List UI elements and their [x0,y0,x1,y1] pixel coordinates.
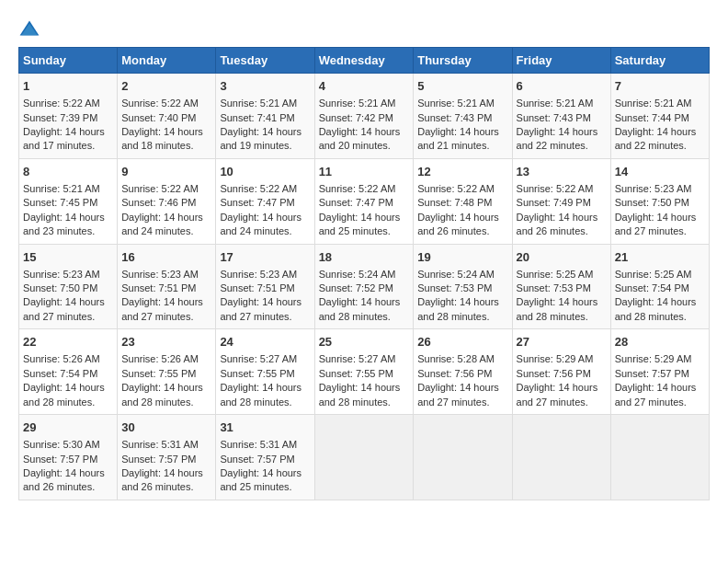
daylight: Daylight: 14 hours and 21 minutes. [417,126,499,151]
sunrise: Sunrise: 5:29 AM [615,353,692,364]
day-number: 19 [417,249,507,266]
daylight: Daylight: 14 hours and 27 minutes. [615,212,697,236]
calendar-cell: 20Sunrise: 5:25 AMSunset: 7:53 PMDayligh… [512,244,610,329]
day-number: 9 [121,164,211,180]
sunset: Sunset: 7:56 PM [417,368,492,379]
day-header-monday: Monday [118,48,216,74]
sunrise: Sunrise: 5:22 AM [319,183,396,194]
day-number: 30 [121,419,211,436]
calendar-cell: 30Sunrise: 5:31 AMSunset: 7:57 PMDayligh… [118,415,216,500]
day-number: 4 [319,78,410,95]
calendar-week-4: 22Sunrise: 5:26 AMSunset: 7:54 PMDayligh… [19,329,710,415]
day-header-wednesday: Wednesday [314,48,414,74]
sunset: Sunset: 7:53 PM [517,282,591,293]
sunset: Sunset: 7:57 PM [23,454,97,465]
daylight: Daylight: 14 hours and 17 minutes. [23,126,105,151]
day-number: 8 [23,164,113,180]
calendar-cell: 9Sunrise: 5:22 AMSunset: 7:46 PMDaylight… [118,158,216,244]
sunset: Sunset: 7:47 PM [319,197,393,208]
calendar-cell: 16Sunrise: 5:23 AMSunset: 7:51 PMDayligh… [118,244,216,329]
sunrise: Sunrise: 5:22 AM [220,183,297,194]
sunrise: Sunrise: 5:24 AM [319,269,396,280]
sunset: Sunset: 7:40 PM [121,112,196,123]
logo-icon [18,19,40,38]
daylight: Daylight: 14 hours and 19 minutes. [220,126,301,151]
sunset: Sunset: 7:53 PM [417,282,492,293]
sunrise: Sunrise: 5:27 AM [220,353,297,364]
sunrise: Sunrise: 5:21 AM [220,98,297,109]
sunrise: Sunrise: 5:22 AM [121,183,199,194]
calendar-cell: 24Sunrise: 5:27 AMSunset: 7:55 PMDayligh… [216,329,314,415]
sunrise: Sunrise: 5:21 AM [517,98,594,109]
daylight: Daylight: 14 hours and 26 minutes. [23,467,105,492]
day-number: 14 [615,164,705,180]
day-number: 5 [417,78,507,95]
daylight: Daylight: 14 hours and 28 minutes. [121,382,203,407]
daylight: Daylight: 14 hours and 26 minutes. [417,212,499,236]
calendar-cell: 4Sunrise: 5:21 AMSunset: 7:42 PMDaylight… [314,74,414,159]
sunset: Sunset: 7:44 PM [615,112,689,123]
calendar-cell: 2Sunrise: 5:22 AMSunset: 7:40 PMDaylight… [118,74,216,159]
daylight: Daylight: 14 hours and 26 minutes. [517,212,598,236]
calendar-week-5: 29Sunrise: 5:30 AMSunset: 7:57 PMDayligh… [19,415,710,500]
daylight: Daylight: 14 hours and 27 minutes. [517,382,598,407]
day-number: 11 [319,164,410,180]
day-header-sunday: Sunday [19,48,118,74]
daylight: Daylight: 14 hours and 25 minutes. [220,467,301,492]
sunset: Sunset: 7:39 PM [23,112,97,123]
calendar-cell: 15Sunrise: 5:23 AMSunset: 7:50 PMDayligh… [19,244,118,329]
sunset: Sunset: 7:52 PM [319,282,393,293]
sunrise: Sunrise: 5:21 AM [417,98,495,109]
sunrise: Sunrise: 5:22 AM [417,183,495,194]
daylight: Daylight: 14 hours and 26 minutes. [121,467,203,492]
day-number: 27 [517,334,607,350]
day-number: 26 [417,334,507,350]
calendar-cell: 6Sunrise: 5:21 AMSunset: 7:43 PMDaylight… [512,74,610,159]
calendar-cell: 8Sunrise: 5:21 AMSunset: 7:45 PMDaylight… [19,158,118,244]
daylight: Daylight: 14 hours and 27 minutes. [417,382,499,407]
day-header-friday: Friday [512,48,610,74]
sunset: Sunset: 7:54 PM [615,282,689,293]
calendar-cell: 5Sunrise: 5:21 AMSunset: 7:43 PMDaylight… [414,74,512,159]
calendar-cell: 22Sunrise: 5:26 AMSunset: 7:54 PMDayligh… [19,329,118,415]
sunset: Sunset: 7:49 PM [517,197,591,208]
day-number: 25 [319,334,410,350]
day-number: 28 [615,334,705,350]
sunrise: Sunrise: 5:26 AM [23,353,100,364]
sunrise: Sunrise: 5:21 AM [23,183,100,194]
calendar-cell: 23Sunrise: 5:26 AMSunset: 7:55 PMDayligh… [118,329,216,415]
sunset: Sunset: 7:57 PM [220,454,294,465]
sunset: Sunset: 7:41 PM [220,112,294,123]
sunset: Sunset: 7:50 PM [615,197,689,208]
daylight: Daylight: 14 hours and 23 minutes. [23,212,105,236]
daylight: Daylight: 14 hours and 28 minutes. [220,382,301,407]
calendar-cell: 1Sunrise: 5:22 AMSunset: 7:39 PMDaylight… [19,74,118,159]
sunset: Sunset: 7:43 PM [417,112,492,123]
sunrise: Sunrise: 5:23 AM [121,269,199,280]
calendar-cell: 31Sunrise: 5:31 AMSunset: 7:57 PMDayligh… [216,415,314,500]
sunrise: Sunrise: 5:22 AM [23,98,100,109]
calendar-cell [610,415,709,500]
day-number: 3 [220,78,310,95]
sunset: Sunset: 7:55 PM [220,368,294,379]
calendar-cell: 21Sunrise: 5:25 AMSunset: 7:54 PMDayligh… [610,244,709,329]
sunset: Sunset: 7:57 PM [121,454,196,465]
calendar-cell: 18Sunrise: 5:24 AMSunset: 7:52 PMDayligh… [314,244,414,329]
daylight: Daylight: 14 hours and 27 minutes. [615,382,697,407]
day-number: 21 [615,249,705,266]
calendar-cell [414,415,512,500]
sunrise: Sunrise: 5:23 AM [615,183,692,194]
sunrise: Sunrise: 5:22 AM [121,98,199,109]
day-number: 16 [121,249,211,266]
sunset: Sunset: 7:43 PM [517,112,591,123]
calendar-week-3: 15Sunrise: 5:23 AMSunset: 7:50 PMDayligh… [19,244,710,329]
sunrise: Sunrise: 5:28 AM [417,353,495,364]
calendar-cell: 27Sunrise: 5:29 AMSunset: 7:56 PMDayligh… [512,329,610,415]
daylight: Daylight: 14 hours and 28 minutes. [319,296,401,321]
day-number: 1 [23,78,113,95]
sunset: Sunset: 7:54 PM [23,368,97,379]
sunset: Sunset: 7:51 PM [220,282,294,293]
calendar-cell: 19Sunrise: 5:24 AMSunset: 7:53 PMDayligh… [414,244,512,329]
day-number: 29 [23,419,113,436]
daylight: Daylight: 14 hours and 28 minutes. [517,296,598,321]
